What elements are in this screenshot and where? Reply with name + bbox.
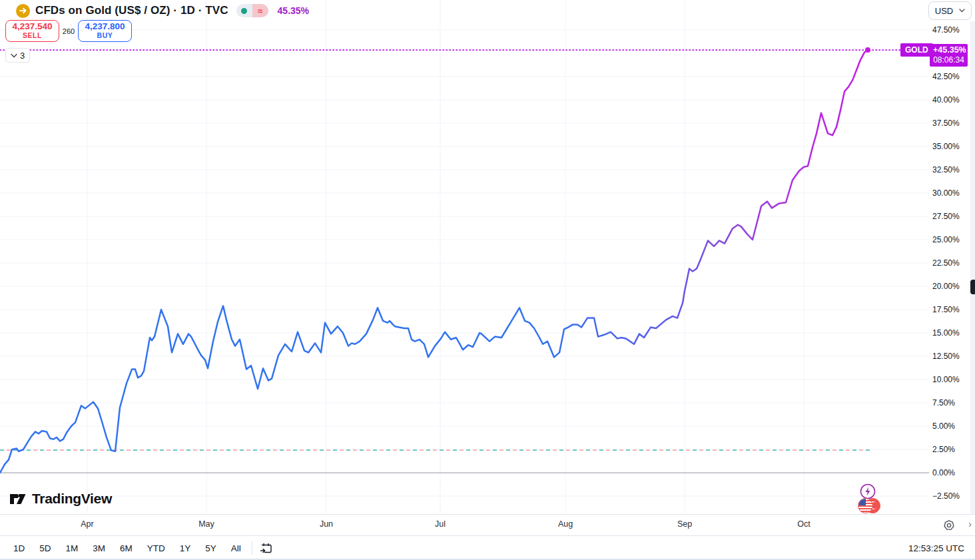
tradingview-mark-icon [9,491,27,507]
market-open-dot-icon [241,8,247,14]
range-button-6m[interactable]: 6M [115,541,138,556]
trade-panel: 4,237.540 SELL 260 4,237.800 BUY [5,20,132,42]
last-value-tag: +45.35% 08:06:34 [930,44,968,67]
sell-label: SELL [23,32,42,40]
settings-gear-icon[interactable] [943,519,955,531]
time-axis-month-jul: Jul [426,519,455,529]
currency-dropdown[interactable]: USD [928,1,972,20]
range-button-1d[interactable]: 1D [8,541,30,556]
time-axis-month-oct: Oct [789,519,818,529]
go-to-date-icon[interactable] [258,539,275,557]
symbol-tag-label: GOLD [905,45,928,55]
flag-us-icon [858,498,873,513]
symbol-title[interactable]: CFDs on Gold (US$ / OZ) · 1D · TVC [35,4,228,17]
sell-price: 4,237.540 [12,22,52,32]
price-axis-tick: 42.50% [932,72,971,81]
price-axis-tick: 10.00% [932,375,971,384]
price-axis-tick: 47.50% [932,25,971,35]
sell-button[interactable]: 4,237.540 SELL [5,20,59,42]
market-status-dot-badge[interactable] [236,4,252,17]
collapse-count: 3 [20,51,25,61]
range-button-3m[interactable]: 3M [87,541,111,556]
collapse-indicators-button[interactable]: 3 [5,48,30,63]
chevron-down-icon [11,53,17,58]
price-axis-tick: −2.50% [932,491,971,501]
spread-value: 260 [59,27,78,35]
price-axis-tick: 25.00% [932,235,971,244]
symbol-header: CFDs on Gold (US$ / OZ) · 1D · TVC ≈ 45.… [16,3,309,19]
range-button-1m[interactable]: 1M [61,541,84,556]
buy-button[interactable]: 4,237.800 BUY [78,20,132,42]
price-axis-tick: 20.00% [932,282,971,291]
time-axis[interactable]: AprMayJunJulAugSepOct › [0,514,975,535]
price-axis-tick: 37.50% [932,119,971,128]
price-axis-tick: 7.50% [932,398,971,408]
time-axis-month-may: May [192,519,221,529]
right-edge-strip [970,21,975,514]
range-button-1y[interactable]: 1Y [174,541,196,556]
range-button-5y[interactable]: 5Y [200,541,222,556]
tradingview-logo[interactable]: TradingView [9,491,112,507]
clock-utc[interactable]: 12:53:25 UTC [908,543,967,553]
tradingview-logo-text: TradingView [32,491,112,507]
tradingview-chart-window: CFDs on Gold (US$ / OZ) · 1D · TVC ≈ 45.… [0,0,975,560]
range-button-5d[interactable]: 5D [34,541,56,556]
price-axis-tick: 30.00% [932,188,971,198]
session-change-percent: 45.35% [278,5,309,16]
range-button-ytd[interactable]: YTD [142,541,170,556]
chart-canvas[interactable] [0,0,975,560]
scroll-right-chevron-icon[interactable]: › [968,518,972,529]
time-axis-month-jun: Jun [312,519,341,529]
buy-price: 4,237.800 [85,22,125,32]
symbol-price-tag: GOLD [900,43,933,57]
price-axis-tick: 35.00% [932,142,971,151]
price-axis-tick: 17.50% [932,305,971,314]
price-axis-tick: 32.50% [932,165,971,174]
price-axis-tick: 15.00% [932,328,971,338]
badge-pill: ≈ [236,4,268,17]
gold-symbol-icon [16,4,30,18]
price-axis-tick: 2.50% [932,445,971,454]
right-edge-handle[interactable] [970,280,975,294]
bar-countdown: 08:06:34 [933,55,964,65]
chevron-down-icon [959,9,965,13]
price-axis-tick: 12.50% [932,352,971,361]
time-axis-month-sep: Sep [670,519,699,529]
lightning-icon[interactable] [860,483,876,499]
price-axis-tick: 5.00% [932,421,971,431]
time-axis-month-aug: Aug [551,519,580,529]
currency-value: USD [935,6,953,16]
approx-data-badge[interactable]: ≈ [252,4,268,17]
toolbar-divider [252,541,252,555]
buy-label: BUY [97,32,113,40]
price-axis-tick: 0.00% [932,468,971,477]
price-axis-tick: 22.50% [932,258,971,268]
country-flags-icon[interactable] [858,498,880,514]
time-axis-month-apr: Apr [73,519,102,529]
range-button-all[interactable]: All [226,541,246,556]
price-axis-tick: 40.00% [932,95,971,105]
bottom-toolbar: 1D5D1M3M6MYTD1Y5YAll 12:53:25 UTC [0,535,975,560]
price-axis-tick: 27.50% [932,212,971,221]
last-change-value: +45.35% [933,45,964,55]
